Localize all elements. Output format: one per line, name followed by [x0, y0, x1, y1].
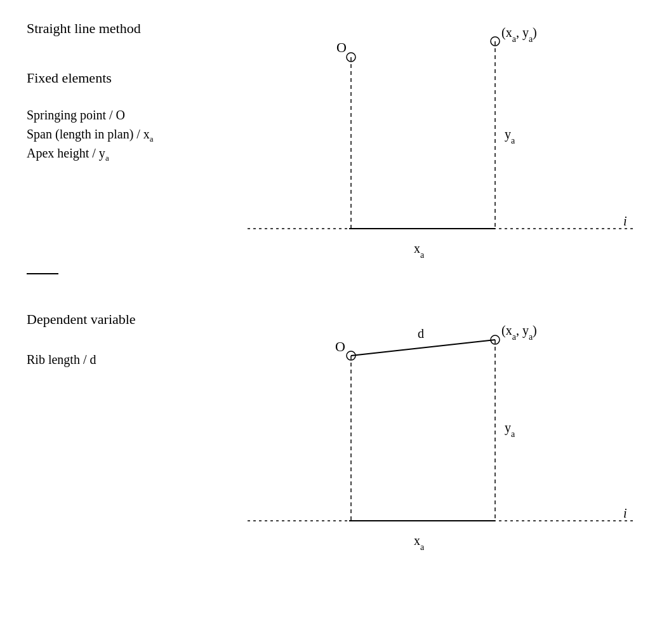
O-label-2: O: [335, 339, 345, 354]
ya-label: ya: [505, 127, 515, 145]
d-label: d: [418, 326, 424, 340]
span-length-label: Span (length in plan) / xa: [27, 127, 154, 144]
apex-coord-label-2: (xa, ya): [501, 323, 537, 342]
i-label-2: i: [623, 506, 627, 520]
apex-height-label: Apex height / ya: [27, 146, 109, 163]
rib-line-d: [351, 340, 495, 356]
page: Straight line method Fixed elements Spri…: [0, 0, 650, 644]
apex-coord-label: (xa, ya): [501, 25, 537, 44]
fixed-elements-heading: Fixed elements: [27, 70, 112, 86]
title: Straight line method: [27, 20, 141, 37]
diagram-bottom: O d (xa, ya) ya xa i: [248, 299, 635, 565]
xa-label-2: xa: [414, 533, 425, 552]
xa-label: xa: [414, 241, 425, 260]
springing-point-label: Springing point / O: [27, 108, 125, 123]
ya-label-2: ya: [505, 420, 515, 439]
O-label: O: [336, 39, 347, 55]
i-label: i: [623, 214, 627, 228]
section-divider: [27, 273, 58, 274]
diagram-top: O (xa, ya) ya xa i: [248, 0, 635, 273]
dependent-variable-heading: Dependent variable: [27, 311, 136, 328]
rib-length-label: Rib length / d: [27, 352, 96, 367]
